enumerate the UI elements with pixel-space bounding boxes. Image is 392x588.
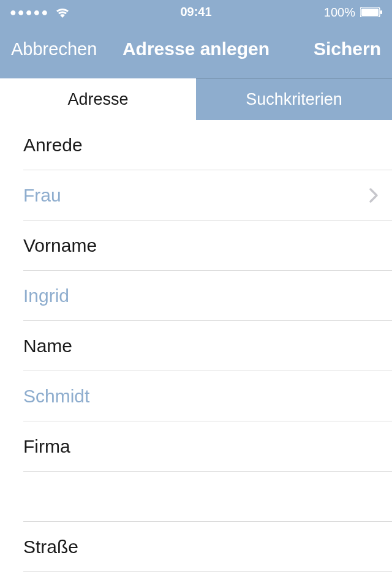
firstname-value-row[interactable]: [23, 271, 392, 321]
firstname-label-row: Vorname: [23, 221, 392, 271]
wifi-icon: [55, 7, 70, 18]
header: ●●●●● 09:41 100% Abbrechen Adre: [0, 0, 392, 78]
salutation-value: Frau: [23, 185, 61, 206]
page-title: Adresse anlegen: [123, 39, 270, 59]
status-left: ●●●●●: [10, 6, 70, 19]
lastname-input[interactable]: [23, 386, 379, 407]
battery-icon: [360, 7, 382, 17]
form: Anrede Frau Vorname Name Firma Straße: [0, 120, 392, 572]
company-label-row: Firma: [23, 421, 392, 472]
street-label: Straße: [23, 537, 78, 557]
battery-percent: 100%: [324, 6, 355, 20]
signal-dots-icon: ●●●●●: [10, 6, 49, 19]
tabs: Adresse Suchkriterien: [0, 78, 392, 120]
cancel-button[interactable]: Abbrechen: [11, 39, 97, 59]
svg-rect-2: [380, 10, 382, 14]
firstname-label: Vorname: [23, 235, 97, 256]
tab-criteria[interactable]: Suchkriterien: [196, 78, 392, 120]
salutation-value-row[interactable]: Frau: [23, 170, 392, 221]
save-button[interactable]: Sichern: [314, 39, 381, 59]
chevron-right-icon: [369, 187, 379, 203]
nav-bar: Abbrechen Adresse anlegen Sichern: [0, 24, 392, 78]
tab-address[interactable]: Adresse: [0, 78, 196, 120]
lastname-label: Name: [23, 336, 72, 356]
firstname-input[interactable]: [23, 285, 379, 306]
company-label: Firma: [23, 436, 70, 457]
status-right: 100%: [324, 6, 382, 20]
lastname-label-row: Name: [23, 321, 392, 371]
status-time: 09:41: [180, 5, 211, 19]
company-input[interactable]: [23, 486, 379, 507]
company-value-row[interactable]: [23, 472, 392, 522]
salutation-label: Anrede: [23, 135, 83, 156]
street-label-row: Straße: [23, 522, 392, 572]
svg-rect-1: [361, 9, 379, 16]
salutation-label-row: Anrede: [23, 120, 392, 170]
status-bar: ●●●●● 09:41 100%: [0, 0, 392, 24]
lastname-value-row[interactable]: [23, 371, 392, 421]
